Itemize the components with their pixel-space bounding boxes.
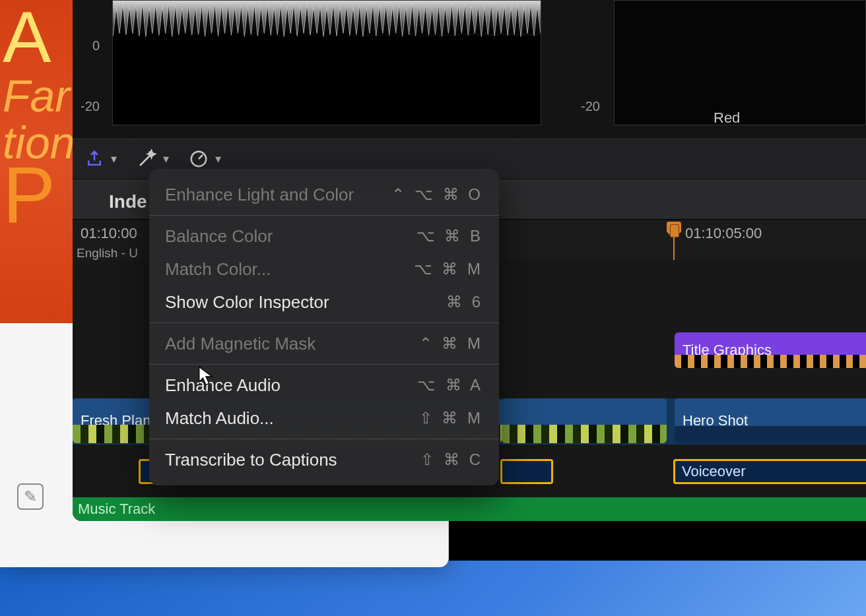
retime-menu-button[interactable]: ▾ bbox=[189, 149, 221, 169]
clip-audio-strip bbox=[675, 426, 866, 443]
clip-mid[interactable] bbox=[502, 398, 667, 443]
menu-item-shortcut: ⇧ ⌘ C bbox=[420, 450, 483, 469]
scopes-row: 0 -20 -20 Red bbox=[73, 0, 866, 139]
clip-film-strip bbox=[675, 355, 866, 368]
menu-item-shortcut: ⌥ ⌘ B bbox=[416, 227, 483, 245]
menu-separator bbox=[149, 323, 499, 323]
menu-item-label: Match Audio... bbox=[165, 408, 274, 429]
enhance-menu-button[interactable]: ▾ bbox=[137, 149, 169, 169]
db-label-0: 0 bbox=[92, 38, 100, 53]
chevron-down-icon: ▾ bbox=[215, 152, 221, 166]
timecode-label-right: 01:10:05:00 bbox=[685, 225, 762, 242]
menu-item[interactable]: Match Audio...⇧ ⌘ M bbox=[149, 402, 499, 435]
menu-item-shortcut: ⌥ ⌘ A bbox=[417, 376, 483, 394]
index-button-label[interactable]: Inde bbox=[109, 191, 147, 212]
pencil-tool-icon: ✎ bbox=[17, 483, 44, 510]
language-label: English - U bbox=[77, 246, 138, 261]
menu-item-label: Match Color... bbox=[165, 259, 271, 280]
menu-item-label: Enhance Light and Color bbox=[165, 185, 354, 205]
luma-waveform-scope[interactable] bbox=[112, 0, 541, 125]
menu-item: Enhance Light and Color⌃ ⌥ ⌘ O bbox=[149, 178, 499, 211]
clip-title-graphics[interactable]: Title Graphics bbox=[675, 332, 866, 368]
menu-item-label: Transcribe to Captions bbox=[165, 450, 337, 470]
menu-item: Add Magnetic Mask⌃ ⌘ M bbox=[149, 327, 499, 360]
timecode-label-left: 01:10:00 bbox=[81, 225, 137, 242]
menu-item-label: Add Magnetic Mask bbox=[165, 334, 316, 354]
scope-channel-label: Red bbox=[714, 109, 740, 127]
menu-item-label: Enhance Audio bbox=[165, 375, 281, 396]
menu-item-label: Show Color Inspector bbox=[165, 292, 329, 313]
menu-item-label: Balance Color bbox=[165, 226, 273, 247]
menu-item[interactable]: Enhance Audio⌥ ⌘ A bbox=[149, 369, 499, 402]
menu-separator bbox=[149, 364, 499, 365]
menu-item-shortcut: ⌘ 6 bbox=[446, 293, 483, 311]
background-artwork: A Far tion P bbox=[0, 0, 73, 323]
clip-label: Music Track bbox=[78, 501, 155, 518]
menu-item: Balance Color⌥ ⌘ B bbox=[149, 220, 499, 253]
magic-wand-icon bbox=[137, 149, 156, 169]
menu-item-shortcut: ⇧ ⌘ M bbox=[419, 409, 483, 427]
chevron-down-icon: ▾ bbox=[163, 152, 169, 166]
clip-music-track[interactable]: Music Track bbox=[73, 497, 866, 521]
menu-item-shortcut: ⌥ ⌘ M bbox=[414, 260, 483, 278]
menu-item[interactable]: Transcribe to Captions⇧ ⌘ C bbox=[149, 443, 499, 476]
voiceover-segment[interactable] bbox=[500, 459, 553, 484]
db-label-m20-left: -20 bbox=[81, 99, 100, 114]
clip-label: Voiceover bbox=[682, 463, 746, 480]
menu-item[interactable]: Show Color Inspector⌘ 6 bbox=[149, 286, 499, 319]
enhance-dropdown-menu[interactable]: Enhance Light and Color⌃ ⌥ ⌘ OBalance Co… bbox=[149, 169, 499, 485]
desktop-wallpaper bbox=[0, 561, 866, 616]
clip-hero-shot[interactable]: Hero Shot bbox=[675, 398, 866, 443]
menu-separator bbox=[149, 439, 499, 439]
chevron-down-icon: ▾ bbox=[111, 152, 117, 166]
share-button[interactable]: ▾ bbox=[84, 149, 117, 169]
speedometer-icon bbox=[189, 149, 209, 169]
clip-voiceover[interactable]: Voiceover bbox=[673, 459, 866, 484]
clip-thumbnail-strip bbox=[502, 425, 667, 443]
rgb-parade-scope[interactable]: Red bbox=[614, 0, 866, 125]
db-label-m20-right: -20 bbox=[581, 99, 600, 114]
menu-item: Match Color...⌥ ⌘ M bbox=[149, 253, 499, 286]
menu-item-shortcut: ⌃ ⌥ ⌘ O bbox=[391, 185, 483, 204]
menu-item-shortcut: ⌃ ⌘ M bbox=[419, 334, 483, 353]
share-icon bbox=[84, 149, 104, 169]
menu-separator bbox=[149, 215, 499, 216]
